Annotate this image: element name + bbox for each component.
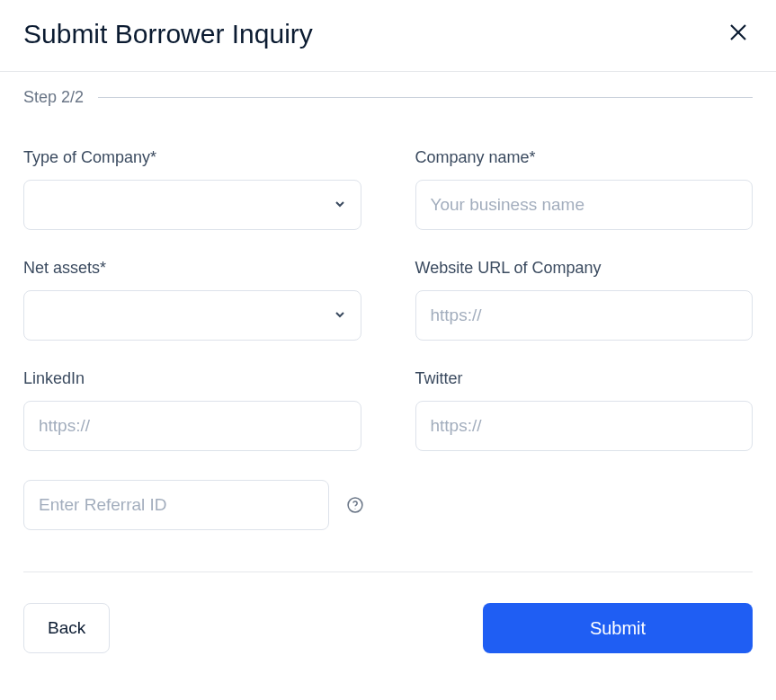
company-type-group: Type of Company* [23,148,361,230]
referral-row [23,480,753,530]
company-type-select[interactable] [23,180,361,230]
website-group: Website URL of Company [415,259,754,341]
footer-actions: Back Submit [23,603,753,653]
company-name-group: Company name* [415,148,754,230]
net-assets-select[interactable] [23,290,361,341]
step-label: Step 2/2 [23,88,84,107]
net-assets-select-wrap [23,290,361,341]
company-name-label: Company name* [415,148,754,167]
back-button[interactable]: Back [23,603,110,653]
modal-title: Submit Borrower Inquiry [23,19,313,49]
twitter-input[interactable] [415,401,754,451]
linkedin-label: LinkedIn [23,369,361,388]
close-button[interactable] [724,18,753,49]
company-name-input[interactable] [415,180,754,230]
twitter-label: Twitter [415,369,754,388]
step-indicator: Step 2/2 [23,88,753,107]
net-assets-group: Net assets* [23,259,361,341]
linkedin-input[interactable] [23,401,361,451]
twitter-group: Twitter [415,369,754,451]
svg-point-3 [355,509,356,509]
referral-id-input[interactable] [23,480,329,530]
website-label: Website URL of Company [415,259,754,278]
net-assets-label: Net assets* [23,259,361,278]
website-input[interactable] [415,290,754,341]
company-type-select-wrap [23,180,361,230]
step-progress-line [98,97,753,98]
divider [23,572,753,572]
modal-body: Step 2/2 Type of Company* Company name* … [0,72,776,677]
close-icon [727,22,749,46]
company-type-label: Type of Company* [23,148,361,167]
submit-button[interactable]: Submit [483,603,753,653]
form-grid: Type of Company* Company name* Net asset… [23,148,753,451]
modal-header: Submit Borrower Inquiry [0,0,776,72]
linkedin-group: LinkedIn [23,369,361,451]
help-icon[interactable] [345,495,365,515]
